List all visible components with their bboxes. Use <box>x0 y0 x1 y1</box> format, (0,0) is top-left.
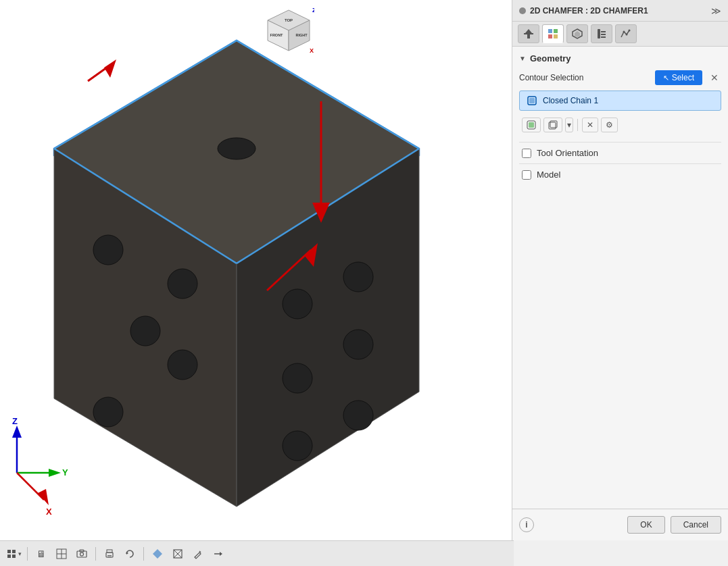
arrow-icon[interactable] <box>210 546 226 562</box>
svg-point-12 <box>343 330 373 359</box>
tool-orientation-row: Tool Orientation <box>519 142 721 163</box>
refresh-icon[interactable] <box>122 546 138 562</box>
svg-text:X: X <box>46 507 52 517</box>
closed-chain-item[interactable]: Closed Chain 1 <box>519 91 721 111</box>
ok-label: OK <box>640 520 652 530</box>
svg-point-11 <box>343 262 373 292</box>
view-dropdown[interactable]: ▾ <box>5 546 22 562</box>
svg-point-9 <box>93 397 123 427</box>
header-bullet <box>519 7 526 14</box>
svg-text:Z: Z <box>12 416 18 426</box>
svg-rect-50 <box>598 29 600 38</box>
tool-orientation-checkbox[interactable] <box>522 149 531 158</box>
svg-point-17 <box>168 350 197 380</box>
info-button[interactable]: i <box>519 517 534 532</box>
svg-text:Z: Z <box>312 7 314 14</box>
panel-content: ▼ Geometry Contour Selection ↖ Select ✕ … <box>512 47 728 509</box>
svg-rect-76 <box>107 557 112 557</box>
chain-delete-button[interactable]: ✕ <box>582 118 598 132</box>
tb-sep-3 <box>143 547 144 561</box>
svg-marker-78 <box>153 549 162 559</box>
svg-point-10 <box>283 289 312 319</box>
svg-marker-49 <box>575 31 580 37</box>
edit-icon[interactable] <box>190 546 206 562</box>
model-checkbox[interactable] <box>522 170 531 180</box>
svg-rect-41 <box>524 33 533 34</box>
svg-rect-75 <box>107 555 112 556</box>
svg-point-7 <box>93 235 123 265</box>
svg-rect-52 <box>601 34 606 35</box>
camera-icon[interactable] <box>74 546 90 562</box>
chain-toolbar-separator <box>577 119 578 131</box>
panel-footer: i OK Cancel <box>512 509 728 540</box>
svg-point-56 <box>629 30 631 32</box>
svg-rect-63 <box>7 550 11 553</box>
svg-rect-64 <box>12 550 16 553</box>
ok-button[interactable]: OK <box>627 516 664 534</box>
grid-icon[interactable] <box>53 546 70 562</box>
info-icon: i <box>525 520 527 530</box>
svg-point-6 <box>218 138 256 159</box>
svg-point-55 <box>626 34 628 36</box>
svg-rect-45 <box>554 29 558 33</box>
svg-point-71 <box>80 552 84 556</box>
contour-close-button[interactable]: ✕ <box>708 71 721 84</box>
print-icon[interactable] <box>101 546 118 562</box>
chain-icon <box>527 95 537 106</box>
3d-viewport[interactable]: Z Y X TOP FRONT RIGHT Z X <box>0 0 514 540</box>
select-button-label: Select <box>672 73 694 82</box>
diamond-icon[interactable] <box>149 546 166 562</box>
svg-text:FRONT: FRONT <box>270 33 284 37</box>
tb-sep-1 <box>27 547 28 561</box>
nav-cube[interactable]: TOP FRONT RIGHT Z X <box>264 7 314 57</box>
tab-tool[interactable] <box>591 24 612 43</box>
svg-rect-66 <box>12 555 16 558</box>
chain-toolbar: ▾ ✕ ⚙ <box>519 116 721 134</box>
svg-rect-44 <box>548 29 552 33</box>
svg-point-8 <box>130 316 160 346</box>
tab-geometry[interactable] <box>542 24 564 43</box>
expand-icon[interactable]: ≫ <box>711 5 721 16</box>
tab-machining[interactable] <box>518 24 539 43</box>
chain-add-button[interactable] <box>522 118 541 132</box>
panel-title-text: 2D CHAMFER : 2D CHAMFER1 <box>530 6 648 16</box>
model-row: Model <box>519 163 721 185</box>
wireframe-icon[interactable] <box>170 546 186 562</box>
closed-chain-label: Closed Chain 1 <box>543 96 598 105</box>
contour-selection-label: Contour Selection <box>519 73 650 82</box>
right-panel: 2D CHAMFER : 2D CHAMFER1 ≫ <box>512 0 728 540</box>
chain-dropdown-button[interactable]: ▾ <box>565 118 573 132</box>
panel-tabs <box>512 22 728 47</box>
svg-point-54 <box>623 31 625 33</box>
svg-marker-83 <box>220 552 222 556</box>
geometry-label: Geometry <box>530 53 571 63</box>
svg-rect-73 <box>106 552 113 557</box>
svg-marker-42 <box>525 29 532 33</box>
tool-orientation-label[interactable]: Tool Orientation <box>537 148 598 158</box>
svg-marker-77 <box>126 552 128 555</box>
select-button[interactable]: ↖ Select <box>655 70 702 85</box>
svg-rect-58 <box>529 98 535 103</box>
svg-rect-60 <box>529 122 534 128</box>
svg-point-14 <box>283 431 312 461</box>
model-label[interactable]: Model <box>537 170 560 180</box>
geometry-section-header: ▼ Geometry <box>519 53 721 63</box>
tb-sep-2 <box>95 547 96 561</box>
chain-copy-button[interactable] <box>543 118 562 132</box>
svg-rect-65 <box>7 555 11 558</box>
svg-point-16 <box>168 269 197 299</box>
monitor-icon[interactable]: 🖥 <box>33 546 49 562</box>
svg-rect-53 <box>601 36 606 38</box>
svg-text:TOP: TOP <box>285 18 293 22</box>
tab-parameters[interactable] <box>615 24 637 43</box>
svg-point-15 <box>343 401 373 430</box>
select-arrow-icon: ↖ <box>663 74 669 82</box>
svg-rect-47 <box>554 34 558 38</box>
tab-model[interactable] <box>566 24 588 43</box>
chain-settings-button[interactable]: ⚙ <box>601 118 618 132</box>
geometry-expand-icon[interactable]: ▼ <box>519 55 526 62</box>
cancel-button[interactable]: Cancel <box>671 516 721 534</box>
svg-rect-43 <box>527 34 530 38</box>
svg-text:RIGHT: RIGHT <box>295 33 308 37</box>
bottom-toolbar: ▾ 🖥 <box>0 540 514 566</box>
